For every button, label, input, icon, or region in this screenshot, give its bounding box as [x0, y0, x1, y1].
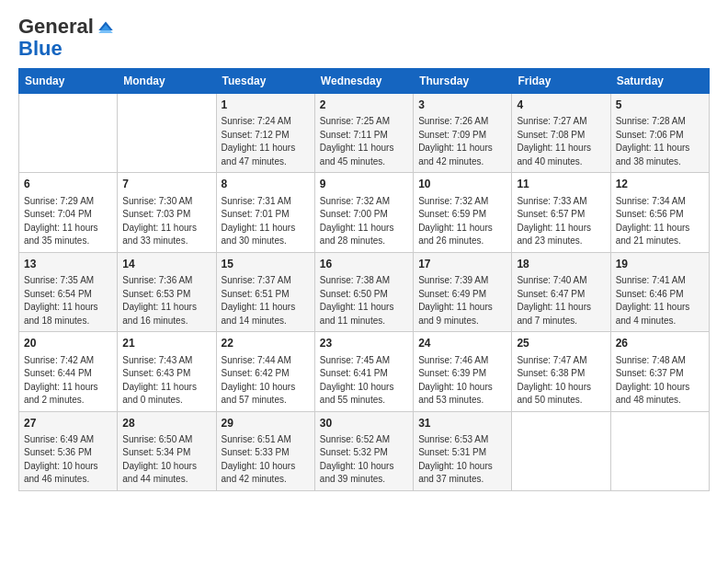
calendar-cell: 28Sunrise: 6:50 AMSunset: 5:34 PMDayligh…	[118, 411, 216, 490]
calendar-cell: 18Sunrise: 7:40 AMSunset: 6:47 PMDayligh…	[512, 252, 610, 331]
calendar-cell: 2Sunrise: 7:25 AMSunset: 7:11 PMDaylight…	[314, 94, 413, 173]
day-number: 12	[616, 177, 704, 192]
day-number: 5	[616, 98, 704, 113]
logo-general: General	[18, 15, 94, 39]
day-number: 31	[418, 416, 506, 431]
day-content: Sunrise: 7:42 AMSunset: 6:44 PMDaylight:…	[24, 354, 112, 408]
day-number: 24	[418, 336, 506, 351]
calendar-cell: 7Sunrise: 7:30 AMSunset: 7:03 PMDaylight…	[118, 173, 216, 252]
day-content: Sunrise: 7:34 AMSunset: 6:56 PMDaylight:…	[616, 195, 704, 248]
day-content: Sunrise: 7:36 AMSunset: 6:53 PMDaylight:…	[122, 274, 210, 327]
day-content: Sunrise: 7:48 AMSunset: 6:37 PMDaylight:…	[616, 354, 704, 408]
day-number: 4	[517, 98, 605, 113]
day-content: Sunrise: 7:37 AMSunset: 6:51 PMDaylight:…	[222, 274, 310, 327]
calendar-cell: 8Sunrise: 7:31 AMSunset: 7:01 PMDaylight…	[216, 173, 314, 252]
day-number: 29	[222, 416, 310, 431]
logo-blue: Blue	[18, 39, 63, 59]
day-content: Sunrise: 7:35 AMSunset: 6:54 PMDaylight:…	[24, 274, 112, 327]
day-content: Sunrise: 7:44 AMSunset: 6:42 PMDaylight:…	[222, 354, 310, 408]
calendar-cell	[610, 411, 709, 490]
day-content: Sunrise: 7:38 AMSunset: 6:50 PMDaylight:…	[320, 274, 408, 327]
day-number: 14	[122, 257, 210, 272]
calendar-cell: 30Sunrise: 6:52 AMSunset: 5:32 PMDayligh…	[314, 411, 413, 490]
day-number: 3	[418, 98, 506, 113]
day-content: Sunrise: 7:39 AMSunset: 6:49 PMDaylight:…	[418, 274, 506, 327]
calendar-week-1: 1Sunrise: 7:24 AMSunset: 7:12 PMDaylight…	[19, 94, 710, 173]
day-content: Sunrise: 7:47 AMSunset: 6:38 PMDaylight:…	[517, 354, 605, 408]
day-content: Sunrise: 7:45 AMSunset: 6:41 PMDaylight:…	[320, 354, 408, 408]
day-number: 20	[24, 336, 112, 351]
day-number: 2	[320, 98, 408, 113]
day-content: Sunrise: 7:30 AMSunset: 7:03 PMDaylight:…	[122, 195, 210, 248]
day-content: Sunrise: 7:29 AMSunset: 7:04 PMDaylight:…	[24, 195, 112, 248]
calendar-cell: 12Sunrise: 7:34 AMSunset: 6:56 PMDayligh…	[610, 173, 709, 252]
calendar-header-saturday: Saturday	[610, 69, 709, 94]
day-number: 30	[320, 416, 408, 431]
calendar-header-wednesday: Wednesday	[314, 69, 413, 94]
day-content: Sunrise: 7:32 AMSunset: 6:59 PMDaylight:…	[418, 195, 506, 248]
calendar-cell: 24Sunrise: 7:46 AMSunset: 6:39 PMDayligh…	[414, 332, 512, 411]
calendar-cell: 1Sunrise: 7:24 AMSunset: 7:12 PMDaylight…	[216, 94, 314, 173]
calendar-cell: 10Sunrise: 7:32 AMSunset: 6:59 PMDayligh…	[414, 173, 512, 252]
calendar-cell: 4Sunrise: 7:27 AMSunset: 7:08 PMDaylight…	[512, 94, 610, 173]
day-number: 9	[320, 177, 408, 192]
calendar-cell: 29Sunrise: 6:51 AMSunset: 5:33 PMDayligh…	[216, 411, 314, 490]
day-number: 22	[222, 336, 310, 351]
day-number: 19	[616, 257, 704, 272]
day-content: Sunrise: 7:25 AMSunset: 7:11 PMDaylight:…	[320, 115, 408, 168]
day-content: Sunrise: 7:43 AMSunset: 6:43 PMDaylight:…	[122, 354, 210, 408]
calendar-cell: 6Sunrise: 7:29 AMSunset: 7:04 PMDaylight…	[19, 173, 118, 252]
page: General Blue SundayMondayTuesdayWednesda…	[0, 0, 728, 563]
header: General Blue	[18, 15, 710, 59]
day-content: Sunrise: 6:50 AMSunset: 5:34 PMDaylight:…	[122, 433, 210, 487]
calendar-cell: 3Sunrise: 7:26 AMSunset: 7:09 PMDaylight…	[414, 94, 512, 173]
day-number: 21	[122, 336, 210, 351]
calendar-header-friday: Friday	[512, 69, 610, 94]
day-content: Sunrise: 6:52 AMSunset: 5:32 PMDaylight:…	[320, 433, 408, 487]
logo-icon	[96, 20, 116, 33]
day-number: 26	[616, 336, 704, 351]
logo: General Blue	[18, 15, 116, 59]
day-number: 7	[122, 177, 210, 192]
calendar-cell: 17Sunrise: 7:39 AMSunset: 6:49 PMDayligh…	[414, 252, 512, 331]
day-content: Sunrise: 7:40 AMSunset: 6:47 PMDaylight:…	[517, 274, 605, 327]
day-number: 25	[517, 336, 605, 351]
calendar-cell	[118, 94, 216, 173]
calendar-week-5: 27Sunrise: 6:49 AMSunset: 5:36 PMDayligh…	[19, 411, 710, 490]
day-content: Sunrise: 7:41 AMSunset: 6:46 PMDaylight:…	[616, 274, 704, 327]
day-content: Sunrise: 7:27 AMSunset: 7:08 PMDaylight:…	[517, 115, 605, 168]
calendar-cell: 14Sunrise: 7:36 AMSunset: 6:53 PMDayligh…	[118, 252, 216, 331]
day-number: 11	[517, 177, 605, 192]
day-content: Sunrise: 7:26 AMSunset: 7:09 PMDaylight:…	[418, 115, 506, 168]
calendar-header-thursday: Thursday	[414, 69, 512, 94]
calendar-cell: 25Sunrise: 7:47 AMSunset: 6:38 PMDayligh…	[512, 332, 610, 411]
calendar-cell: 15Sunrise: 7:37 AMSunset: 6:51 PMDayligh…	[216, 252, 314, 331]
calendar-cell: 27Sunrise: 6:49 AMSunset: 5:36 PMDayligh…	[19, 411, 118, 490]
calendar-cell: 16Sunrise: 7:38 AMSunset: 6:50 PMDayligh…	[314, 252, 413, 331]
calendar-cell: 22Sunrise: 7:44 AMSunset: 6:42 PMDayligh…	[216, 332, 314, 411]
day-number: 16	[320, 257, 408, 272]
calendar-cell	[512, 411, 610, 490]
day-content: Sunrise: 6:51 AMSunset: 5:33 PMDaylight:…	[222, 433, 310, 487]
calendar-header-tuesday: Tuesday	[216, 69, 314, 94]
day-number: 23	[320, 336, 408, 351]
calendar-header-sunday: Sunday	[19, 69, 118, 94]
calendar-cell: 20Sunrise: 7:42 AMSunset: 6:44 PMDayligh…	[19, 332, 118, 411]
calendar-week-2: 6Sunrise: 7:29 AMSunset: 7:04 PMDaylight…	[19, 173, 710, 252]
day-number: 17	[418, 257, 506, 272]
day-number: 1	[222, 98, 310, 113]
day-content: Sunrise: 6:49 AMSunset: 5:36 PMDaylight:…	[24, 433, 112, 487]
calendar-cell: 26Sunrise: 7:48 AMSunset: 6:37 PMDayligh…	[610, 332, 709, 411]
day-content: Sunrise: 7:46 AMSunset: 6:39 PMDaylight:…	[418, 354, 506, 408]
calendar-cell: 11Sunrise: 7:33 AMSunset: 6:57 PMDayligh…	[512, 173, 610, 252]
calendar: SundayMondayTuesdayWednesdayThursdayFrid…	[18, 68, 710, 491]
calendar-cell: 5Sunrise: 7:28 AMSunset: 7:06 PMDaylight…	[610, 94, 709, 173]
day-content: Sunrise: 7:24 AMSunset: 7:12 PMDaylight:…	[222, 115, 310, 168]
day-number: 10	[418, 177, 506, 192]
day-number: 8	[222, 177, 310, 192]
day-number: 18	[517, 257, 605, 272]
calendar-week-4: 20Sunrise: 7:42 AMSunset: 6:44 PMDayligh…	[19, 332, 710, 411]
day-number: 28	[122, 416, 210, 431]
calendar-cell: 9Sunrise: 7:32 AMSunset: 7:00 PMDaylight…	[314, 173, 413, 252]
calendar-header-monday: Monday	[118, 69, 216, 94]
